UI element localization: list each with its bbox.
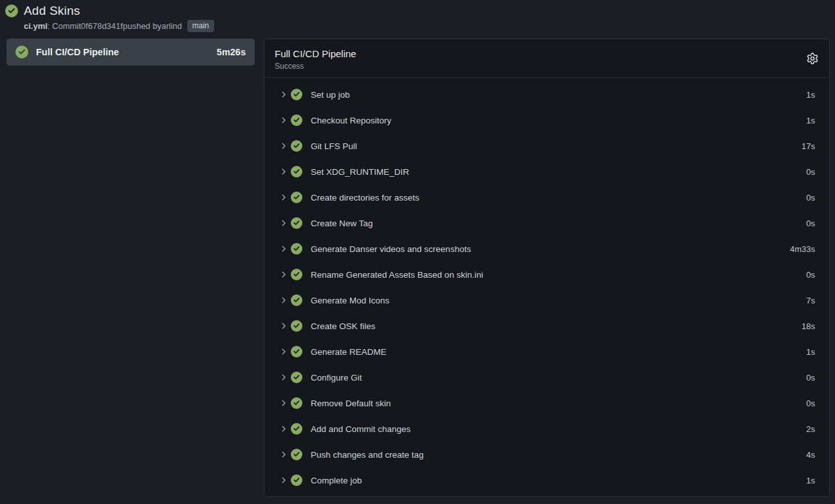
check-circle-icon [291,346,302,357]
run-title: Add Skins [24,4,80,18]
chevron-right-icon [279,475,289,485]
check-circle-icon [291,192,302,203]
step-row[interactable]: Set up job 1s [264,82,829,107]
step-duration: 0s [806,167,815,177]
job-name: Full CI/CD Pipeline [36,47,209,57]
job-status-check-circle-icon [15,46,28,59]
step-row[interactable]: Checkout Repository 1s [264,107,829,133]
chevron-right-icon [279,192,289,203]
step-row[interactable]: Complete job 1s [264,467,829,493]
step-name: Add and Commit changes [311,424,806,434]
chevron-right-icon [279,269,289,280]
step-duration: 1s [806,476,815,485]
check-circle-icon [291,269,302,280]
check-circle-icon [291,397,302,409]
step-row[interactable]: Configure Git 0s [264,364,829,390]
step-duration: 0s [806,193,815,203]
check-circle-icon [291,474,302,486]
step-row[interactable]: Generate README 1s [264,339,829,364]
check-circle-icon [291,114,302,126]
step-name: Generate Danser videos and screenshots [311,244,790,254]
step-row[interactable]: Generate Mod Icons 7s [264,287,829,313]
chevron-right-icon [279,449,289,460]
run-status-check-circle-icon [5,4,18,17]
commit-hash-link[interactable]: 0f678d341f [81,21,123,31]
check-circle-icon [291,294,302,306]
job-panel-title: Full CI/CD Pipeline [275,48,819,60]
job-panel-header: Full CI/CD Pipeline Success [264,39,829,78]
step-duration: 4m33s [790,244,815,254]
branch-badge[interactable]: main [187,20,214,32]
job-detail-panel: Full CI/CD Pipeline Success [264,39,830,497]
chevron-right-icon [279,424,289,434]
sidebar-job-item[interactable]: Full CI/CD Pipeline 5m26s [6,39,255,66]
steps-list: Set up job 1s Checkout Repository 1s [264,78,829,496]
commit-label: : Commit [48,21,81,31]
step-duration: 0s [806,399,815,408]
step-row[interactable]: Create OSK files 18s [264,313,829,339]
step-row[interactable]: Create directories for assets 0s [264,184,829,210]
step-duration: 1s [806,347,815,357]
job-duration: 5m26s [217,47,246,57]
check-circle-icon [291,89,302,100]
step-duration: 0s [806,219,815,228]
step-duration: 18s [802,321,815,331]
check-circle-icon [291,320,302,332]
run-header: Add Skins ci.yml: Commit 0f678d341f push… [5,4,214,32]
step-duration: 2s [806,424,815,434]
workflow-file-name: ci.yml [24,21,48,31]
step-duration: 7s [806,296,815,305]
step-name: Checkout Repository [311,116,806,125]
step-name: Complete job [311,476,806,485]
chevron-right-icon [279,295,289,305]
step-name: Create OSK files [311,321,802,331]
actions-run-page: { "header": { "run_title": "Add Skins", … [0,0,835,504]
step-name: Rename Generated Assets Based on skin.in… [311,270,806,280]
check-circle-icon [291,449,302,460]
step-row[interactable]: Set XDG_RUNTIME_DIR 0s [264,159,829,184]
check-circle-icon [291,423,302,435]
chevron-right-icon [279,321,289,331]
chevron-right-icon [279,115,289,125]
gear-icon[interactable] [806,52,819,65]
chevron-right-icon [279,244,289,254]
author-link[interactable]: arlind [161,21,182,31]
step-row[interactable]: Git LFS Pull 17s [264,133,829,159]
step-name: Set up job [311,90,806,100]
step-name: Generate README [311,347,806,357]
step-row[interactable]: Generate Danser videos and screenshots 4… [264,236,829,262]
step-duration: 0s [806,373,815,382]
step-name: Set XDG_RUNTIME_DIR [311,167,806,177]
step-duration: 4s [806,450,815,460]
check-circle-icon [291,243,302,255]
run-subtitle: ci.yml: Commit 0f678d341f pushed by arli… [24,20,214,32]
check-circle-icon [291,217,302,229]
step-name: Create directories for assets [311,193,806,203]
step-row[interactable]: Remove Default skin 0s [264,390,829,416]
step-name: Generate Mod Icons [311,296,806,305]
step-duration: 1s [806,90,815,100]
chevron-right-icon [279,346,289,357]
step-row[interactable]: Create New Tag 0s [264,210,829,236]
pushed-by-label: pushed by [123,21,161,31]
check-circle-icon [291,372,302,383]
step-duration: 1s [806,116,815,125]
chevron-right-icon [279,166,289,177]
step-name: Push changes and create tag [311,450,806,460]
step-row[interactable]: Rename Generated Assets Based on skin.in… [264,262,829,287]
job-panel-status: Success [275,61,819,71]
check-circle-icon [291,140,302,152]
step-name: Configure Git [311,373,806,382]
chevron-right-icon [279,372,289,382]
chevron-right-icon [279,141,289,151]
step-name: Remove Default skin [311,399,806,408]
step-duration: 17s [802,141,815,151]
chevron-right-icon [279,218,289,228]
chevron-right-icon [279,89,289,100]
chevron-right-icon [279,398,289,408]
step-row[interactable]: Add and Commit changes 2s [264,416,829,442]
step-name: Create New Tag [311,219,806,228]
step-duration: 0s [806,270,815,280]
step-row[interactable]: Push changes and create tag 4s [264,442,829,467]
check-circle-icon [291,166,302,177]
